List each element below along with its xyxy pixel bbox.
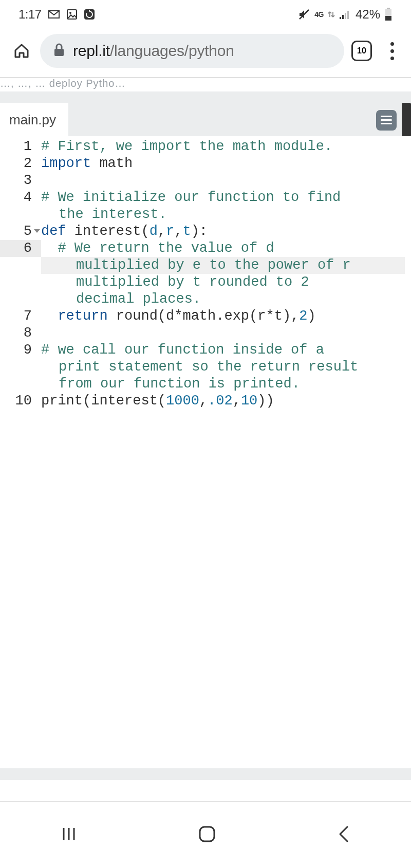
gmail-icon [48, 10, 60, 19]
svg-rect-8 [387, 8, 390, 9]
fold-marker-icon[interactable] [34, 229, 40, 233]
line-number: 10 [0, 393, 41, 410]
url-domain: repl.it [73, 42, 110, 59]
signal-icon [339, 10, 351, 19]
line-number: 8 [0, 325, 41, 342]
code-line: 3 [0, 172, 411, 189]
line-number: 9 [0, 342, 41, 359]
tab-count-button[interactable]: 10 [351, 41, 372, 61]
code-line: 10 print(interest(1000,.02,10)) [0, 393, 411, 410]
line-number: 3 [0, 172, 41, 189]
svg-rect-6 [345, 13, 346, 19]
browser-bar: repl.it/languages/python 10 [0, 27, 411, 77]
url-text: repl.it/languages/python [73, 42, 234, 60]
browser-menu-button[interactable] [383, 42, 401, 60]
code-line: 2 import math [0, 155, 411, 172]
line-number: 2 [0, 155, 41, 172]
code-line: 1 # First, we import the math module. [0, 138, 411, 155]
line-number: 1 [0, 138, 41, 155]
battery-percent: 42% [356, 7, 380, 22]
gallery-icon [66, 9, 78, 20]
svg-rect-7 [347, 11, 349, 19]
line-number: 4 [0, 189, 41, 206]
code-line: 8 [0, 325, 411, 342]
code-line: 4 # We initialize our function to findth… [0, 189, 411, 223]
system-nav-bar [0, 801, 411, 868]
code-line: 5 def interest(d,r,t): [0, 223, 411, 240]
status-bar: 1:17 4G 42% [0, 0, 411, 27]
file-tab[interactable]: main.py [0, 103, 68, 136]
home-button[interactable] [10, 40, 33, 62]
svg-rect-10 [385, 16, 391, 21]
scrollbar-thumb[interactable] [402, 103, 411, 137]
file-list-icon[interactable] [376, 110, 397, 131]
svg-rect-15 [200, 827, 214, 841]
back-button[interactable] [336, 824, 351, 846]
line-number: 6 [0, 240, 41, 257]
svg-point-1 [69, 12, 71, 14]
svg-rect-4 [340, 17, 341, 19]
svg-rect-5 [342, 15, 344, 19]
status-left: 1:17 [18, 7, 95, 22]
code-line: 6 # We return the value of dmultiplied b… [0, 240, 411, 308]
status-time: 1:17 [18, 7, 42, 22]
network-4g-icon: 4G [314, 10, 324, 19]
editor-area: main.py 1 # First, we import the math mo… [0, 91, 411, 780]
refresh-badge-icon [84, 9, 95, 20]
recents-button[interactable] [60, 825, 78, 845]
code-line: 9 # we call our function inside of aprin… [0, 342, 411, 393]
file-tab-row: main.py [0, 91, 411, 136]
page-truncated-header: …, …, … deploy Pytho… [0, 77, 411, 91]
battery-icon [384, 8, 393, 21]
mute-icon [298, 8, 310, 21]
data-arrows-icon [328, 10, 335, 19]
code-editor[interactable]: 1 # First, we import the math module. 2 … [0, 136, 411, 768]
code-line: 7 return round(d*math.exp(r*t),2) [0, 308, 411, 325]
line-number: 5 [0, 223, 41, 240]
status-right: 4G 42% [298, 7, 393, 22]
url-path: /languages/python [110, 42, 234, 59]
url-bar[interactable]: repl.it/languages/python [40, 34, 344, 68]
lock-icon [53, 43, 65, 59]
line-number: 7 [0, 308, 41, 325]
svg-rect-11 [54, 49, 64, 56]
home-nav-button[interactable] [197, 824, 217, 846]
